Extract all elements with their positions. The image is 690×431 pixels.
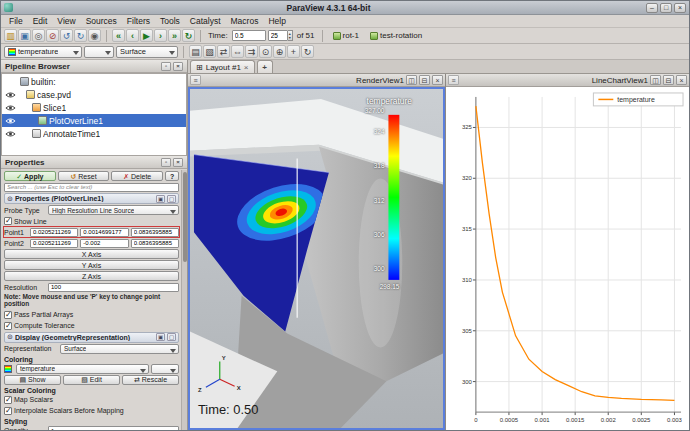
properties-scrollbar[interactable] <box>181 170 187 430</box>
first-frame-icon[interactable]: « <box>112 29 125 42</box>
tab-close-icon[interactable]: × <box>244 63 249 72</box>
set-view-direction-icon[interactable]: + <box>287 45 300 58</box>
component-select[interactable] <box>84 46 114 58</box>
paste-properties-icon[interactable]: ▢ <box>167 195 176 203</box>
rescale-to-data-icon[interactable]: ⇄ <box>217 45 230 58</box>
section-header-properties[interactable]: ⊙ Properties (PlotOverLine1) ▣ ▢ <box>4 193 179 204</box>
properties-search-input[interactable] <box>4 183 179 192</box>
frame-spinner[interactable]: ▴▾ <box>268 30 293 41</box>
close-view-icon[interactable]: × <box>676 75 687 85</box>
spin-down-icon[interactable]: ▾ <box>289 36 291 40</box>
menu-catalyst[interactable]: Catalyst <box>185 16 226 26</box>
macro-button-rot-1[interactable]: rot-1 <box>328 29 364 42</box>
show-color-legend-icon[interactable]: ▤ <box>189 45 202 58</box>
pipeline-item-annotatetime1[interactable]: AnnotateTime1 <box>2 127 186 140</box>
eye-visible-icon[interactable] <box>4 117 16 125</box>
maximize-button[interactable]: □ <box>660 3 672 13</box>
connect-icon[interactable]: ◎ <box>32 29 45 42</box>
rotate-90-icon[interactable]: ↻ <box>301 45 314 58</box>
render-viewport[interactable]: temperature 327.00 324318312306300 298.1… <box>188 87 445 430</box>
coloring-select[interactable]: temperature <box>4 46 82 58</box>
interpolate-scalars-checkbox[interactable] <box>4 407 12 415</box>
menu-view[interactable]: View <box>52 16 80 26</box>
camera-icon[interactable]: ◉ <box>88 29 101 42</box>
view-menu-icon[interactable]: ≡ <box>448 75 459 85</box>
reset-camera-icon[interactable]: ⊙ <box>259 45 272 58</box>
help-button[interactable]: ? <box>165 171 179 181</box>
play-icon[interactable]: ▶ <box>140 29 153 42</box>
redo-icon[interactable]: ↻ <box>74 29 87 42</box>
resolution-field[interactable] <box>48 283 179 292</box>
previous-frame-icon[interactable]: ‹ <box>126 29 139 42</box>
loop-icon[interactable]: ↻ <box>182 29 195 42</box>
pass-partial-arrays-checkbox[interactable] <box>4 311 12 319</box>
map-scalars-checkbox[interactable] <box>4 396 12 404</box>
compute-tolerance-checkbox[interactable] <box>4 322 12 330</box>
time-value-field[interactable] <box>232 30 266 41</box>
point2-z-field[interactable] <box>131 239 179 248</box>
rescale-temporal-icon[interactable]: ⇉ <box>245 45 258 58</box>
new-layout-tab-button[interactable]: + <box>257 60 273 73</box>
close-button[interactable]: × <box>674 3 686 13</box>
dock-float-icon[interactable]: ▫ <box>161 158 171 167</box>
dock-close-icon[interactable]: × <box>173 62 183 71</box>
zoom-to-data-icon[interactable]: ⊕ <box>273 45 286 58</box>
scrollbar-thumb[interactable] <box>183 172 187 262</box>
menu-help[interactable]: Help <box>263 16 290 26</box>
close-view-icon[interactable]: × <box>432 75 443 85</box>
reset-button[interactable]: ↺Reset <box>58 171 110 181</box>
pipeline-item-slice1[interactable]: Slice1 <box>2 101 186 114</box>
undo-icon[interactable]: ↺ <box>60 29 73 42</box>
pipeline-item-case-pvd[interactable]: case.pvd <box>2 88 186 101</box>
point2-x-field[interactable] <box>30 239 78 248</box>
representation-select-panel[interactable]: Surface <box>60 344 179 354</box>
split-vertical-icon[interactable]: ⊟ <box>419 75 430 85</box>
pipeline-item-builtin[interactable]: builtin: <box>2 75 186 88</box>
rescale-custom-icon[interactable]: ⇔ <box>231 45 244 58</box>
last-frame-icon[interactable]: » <box>168 29 181 42</box>
menu-file[interactable]: File <box>4 16 28 26</box>
show-scalar-bar-button[interactable]: ▤Show <box>4 375 61 385</box>
menu-tools[interactable]: Tools <box>155 16 185 26</box>
frame-value-field[interactable] <box>268 30 288 41</box>
eye-visible-icon[interactable] <box>4 104 16 112</box>
edit-color-map-icon[interactable]: ▧ <box>203 45 216 58</box>
open-file-icon[interactable]: ▥ <box>4 29 17 42</box>
chart-viewport[interactable]: 00.00050.0010.00150.0020.00250.003300305… <box>446 87 689 430</box>
delete-button[interactable]: ✗Delete <box>111 171 163 181</box>
minimize-button[interactable]: – <box>646 3 658 13</box>
color-array-select[interactable]: temperature <box>16 364 149 374</box>
apply-button[interactable]: ✓Apply <box>4 171 56 181</box>
eye-visible-icon[interactable] <box>4 130 16 138</box>
z-axis-button[interactable]: Z Axis <box>4 271 179 281</box>
disconnect-icon[interactable]: ⊘ <box>46 29 59 42</box>
point1-x-field[interactable] <box>30 228 78 237</box>
point1-z-field[interactable] <box>131 228 179 237</box>
split-horizontal-icon[interactable]: ◫ <box>650 75 661 85</box>
view-menu-icon[interactable]: ≡ <box>190 75 201 85</box>
dock-float-icon[interactable]: ▫ <box>161 62 171 71</box>
dock-close-icon[interactable]: × <box>173 158 183 167</box>
menu-sources[interactable]: Sources <box>81 16 122 26</box>
y-axis-button[interactable]: Y Axis <box>4 260 179 270</box>
point2-y-field[interactable] <box>80 239 128 248</box>
copy-display-icon[interactable]: ▣ <box>156 333 165 341</box>
split-vertical-icon[interactable]: ⊟ <box>663 75 674 85</box>
color-component-select[interactable] <box>151 364 179 374</box>
menu-macros[interactable]: Macros <box>226 16 264 26</box>
section-header-display[interactable]: ⊙ Display (GeometryRepresentation) ▣ ▢ <box>4 332 179 343</box>
edit-color-map-button[interactable]: ▧Edit <box>63 375 120 385</box>
split-horizontal-icon[interactable]: ◫ <box>406 75 417 85</box>
menu-filters[interactable]: Filters <box>122 16 155 26</box>
copy-properties-icon[interactable]: ▣ <box>156 195 165 203</box>
representation-select[interactable]: Surface <box>116 46 178 58</box>
rescale-button[interactable]: ⇄Rescale <box>122 375 179 385</box>
opacity-field[interactable] <box>48 426 179 430</box>
probe-type-select[interactable]: High Resolution Line Source <box>48 205 179 215</box>
paste-display-icon[interactable]: ▢ <box>167 333 176 341</box>
eye-visible-icon[interactable] <box>4 91 16 99</box>
macro-button-test-rotation[interactable]: test-rotation <box>365 29 427 42</box>
point1-y-field[interactable] <box>80 228 128 237</box>
tab-layout-1[interactable]: ⊞ Layout #1 × <box>190 60 255 73</box>
save-icon[interactable]: ▣ <box>18 29 31 42</box>
